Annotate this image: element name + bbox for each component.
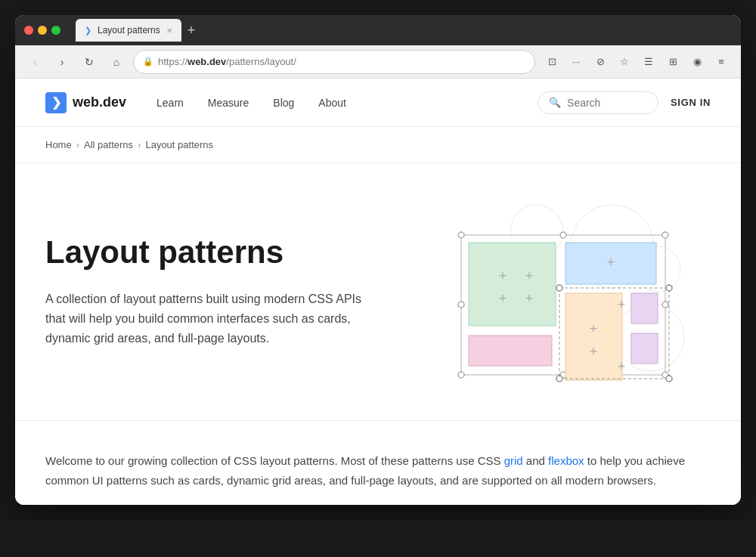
svg-rect-25 bbox=[469, 336, 552, 366]
page-title: Layout patterns bbox=[45, 234, 378, 271]
site-nav-right: 🔍 Search SIGN IN bbox=[538, 91, 711, 114]
browser-toolbar: ‹ › ↻ ⌂ 🔒 https://web.dev/patterns/layou… bbox=[15, 45, 741, 79]
bookmark-button[interactable]: ☆ bbox=[614, 51, 635, 73]
svg-point-9 bbox=[560, 232, 566, 238]
maximize-window-button[interactable] bbox=[51, 26, 60, 35]
hero-description: A collection of layout patterns built us… bbox=[45, 289, 378, 349]
layout-illustration: + + + + + + + bbox=[416, 209, 673, 375]
svg-point-28 bbox=[666, 285, 672, 291]
svg-point-27 bbox=[556, 285, 562, 291]
new-tab-button[interactable]: + bbox=[187, 23, 196, 37]
search-icon: 🔍 bbox=[549, 97, 561, 108]
tab-close-button[interactable]: ✕ bbox=[166, 26, 172, 35]
hero-visual: + + + + + + + bbox=[378, 209, 711, 375]
hero-section: Layout patterns A collection of layout p… bbox=[15, 163, 741, 421]
bottom-text-before: Welcome to our growing collection of CSS… bbox=[45, 454, 504, 467]
forward-button[interactable]: › bbox=[51, 51, 73, 73]
extensions-button[interactable]: ⊡ bbox=[541, 51, 562, 73]
url-text: https://web.dev/patterns/layout/ bbox=[158, 56, 296, 67]
svg-text:+: + bbox=[525, 268, 534, 283]
svg-rect-13 bbox=[469, 243, 556, 326]
svg-point-6 bbox=[662, 232, 668, 238]
tab-bar: ❯ Layout patterns ✕ + bbox=[76, 19, 732, 42]
bottom-text-section: Welcome to our growing collection of CSS… bbox=[15, 421, 741, 505]
back-button[interactable]: ‹ bbox=[24, 51, 45, 73]
search-box[interactable]: 🔍 Search bbox=[538, 91, 658, 114]
svg-text:+: + bbox=[618, 359, 626, 374]
nav-link-about[interactable]: About bbox=[318, 97, 346, 109]
breadcrumb-separator-2: › bbox=[138, 139, 141, 150]
tab-title: Layout patterns bbox=[98, 25, 160, 36]
svg-text:+: + bbox=[607, 255, 615, 270]
svg-rect-24 bbox=[631, 333, 658, 364]
site-content: ❯ web.dev Learn Measure Blog About 🔍 Sea… bbox=[15, 79, 741, 505]
svg-text:+: + bbox=[590, 344, 598, 359]
svg-point-30 bbox=[666, 376, 672, 382]
sign-in-button[interactable]: SIGN IN bbox=[671, 97, 711, 108]
logo-icon: ❯ bbox=[45, 92, 67, 113]
minimize-window-button[interactable] bbox=[38, 26, 47, 35]
breadcrumb-current: Layout patterns bbox=[145, 139, 213, 150]
split-view-button[interactable]: ⊞ bbox=[662, 51, 683, 73]
breadcrumb: Home › All patterns › Layout patterns bbox=[15, 127, 741, 163]
site-logo[interactable]: ❯ web.dev bbox=[45, 92, 126, 113]
nav-link-blog[interactable]: Blog bbox=[273, 97, 294, 109]
pocket-button[interactable]: ⊘ bbox=[590, 51, 611, 73]
more-button[interactable]: ··· bbox=[565, 51, 587, 73]
breadcrumb-all-patterns[interactable]: All patterns bbox=[84, 139, 133, 150]
nav-link-learn[interactable]: Learn bbox=[156, 97, 184, 109]
svg-point-11 bbox=[458, 302, 464, 308]
svg-rect-23 bbox=[631, 293, 658, 323]
breadcrumb-home[interactable]: Home bbox=[45, 139, 72, 150]
svg-text:+: + bbox=[618, 297, 626, 312]
search-placeholder: Search bbox=[567, 97, 600, 109]
svg-point-12 bbox=[662, 302, 668, 308]
url-domain: web.dev bbox=[187, 56, 226, 67]
svg-point-7 bbox=[458, 372, 464, 378]
browser-window: ❯ Layout patterns ✕ + ‹ › ↻ ⌂ 🔒 https://… bbox=[15, 15, 741, 505]
nav-link-measure[interactable]: Measure bbox=[208, 97, 249, 109]
site-nav: ❯ web.dev Learn Measure Blog About 🔍 Sea… bbox=[15, 79, 741, 127]
tab-favicon: ❯ bbox=[85, 26, 91, 36]
url-prefix: https:// bbox=[158, 56, 187, 67]
reading-mode-button[interactable]: ☰ bbox=[638, 51, 659, 73]
flexbox-link[interactable]: flexbox bbox=[548, 454, 584, 467]
site-nav-links: Learn Measure Blog About bbox=[156, 97, 538, 109]
svg-text:+: + bbox=[499, 291, 507, 306]
svg-point-5 bbox=[458, 232, 464, 238]
bottom-text-between: and bbox=[523, 454, 548, 467]
refresh-button[interactable]: ↻ bbox=[79, 51, 100, 73]
bottom-paragraph: Welcome to our growing collection of CSS… bbox=[45, 451, 711, 490]
breadcrumb-separator-1: › bbox=[76, 139, 79, 150]
address-bar[interactable]: 🔒 https://web.dev/patterns/layout/ bbox=[133, 50, 535, 74]
security-icon: 🔒 bbox=[143, 57, 153, 67]
home-button[interactable]: ⌂ bbox=[106, 51, 127, 73]
url-path: /patterns/layout/ bbox=[226, 56, 296, 67]
active-tab[interactable]: ❯ Layout patterns ✕ bbox=[76, 19, 181, 42]
traffic-lights bbox=[24, 26, 60, 35]
hero-text: Layout patterns A collection of layout p… bbox=[45, 234, 378, 348]
close-window-button[interactable] bbox=[24, 26, 33, 35]
svg-rect-20 bbox=[565, 293, 622, 380]
title-bar: ❯ Layout patterns ✕ + bbox=[15, 15, 741, 45]
grid-link[interactable]: grid bbox=[504, 454, 523, 467]
svg-text:+: + bbox=[525, 291, 534, 306]
svg-text:+: + bbox=[590, 321, 598, 336]
svg-point-29 bbox=[556, 376, 562, 382]
toolbar-actions: ⊡ ··· ⊘ ☆ ☰ ⊞ ◉ ≡ bbox=[541, 51, 732, 73]
svg-text:+: + bbox=[499, 268, 507, 283]
menu-button[interactable]: ≡ bbox=[711, 51, 732, 73]
account-button[interactable]: ◉ bbox=[686, 51, 708, 73]
logo-text: web.dev bbox=[73, 94, 126, 110]
